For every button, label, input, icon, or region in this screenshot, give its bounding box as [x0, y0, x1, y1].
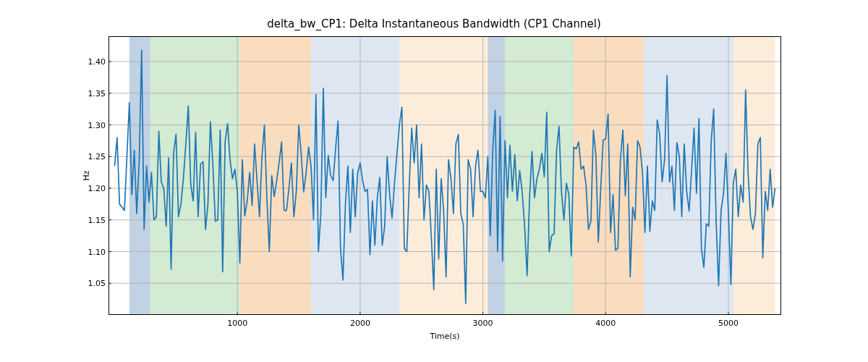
ytick-label: 1.15: [85, 216, 106, 225]
figure: delta_bw_CP1: Delta Instantaneous Bandwi…: [0, 0, 868, 362]
ytick-label: 1.30: [85, 121, 106, 130]
xtick-label: 3000: [469, 319, 498, 328]
ytick-label: 1.35: [85, 89, 106, 98]
xtick-label: 5000: [714, 319, 743, 328]
plot-canvas: [109, 36, 781, 315]
ytick-label: 1.10: [85, 248, 106, 257]
ytick-label: 1.20: [85, 184, 106, 193]
axes-area: [109, 36, 781, 315]
ytick-label: 1.05: [85, 279, 106, 288]
ytick-label: 1.25: [85, 152, 106, 161]
xtick-label: 1000: [223, 319, 252, 328]
ytick-label: 1.40: [85, 57, 106, 67]
band-region: [505, 36, 574, 315]
band-region: [733, 36, 775, 315]
band-region: [644, 36, 733, 315]
x-axis-label: Time(s): [109, 332, 781, 341]
xtick-label: 2000: [346, 319, 375, 328]
xtick-label: 4000: [591, 319, 620, 328]
band-region: [240, 36, 311, 315]
chart-title: delta_bw_CP1: Delta Instantaneous Bandwi…: [0, 17, 868, 30]
y-axis-label: Hz: [81, 170, 90, 180]
band-region: [150, 36, 240, 315]
y-axis-label-container: Hz: [80, 36, 93, 315]
